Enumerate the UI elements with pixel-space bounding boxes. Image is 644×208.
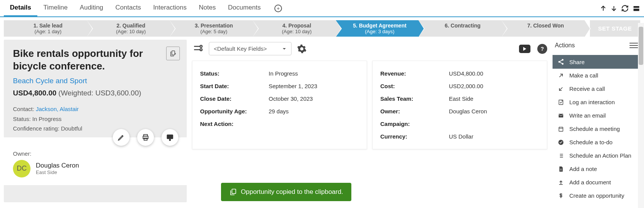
svg-rect-1 — [634, 8, 639, 11]
share-icon — [557, 58, 565, 65]
check-icon — [557, 139, 565, 145]
svg-rect-2 — [172, 51, 175, 55]
opportunity-summary-card: Bike rentals opportunity for bicycle con… — [4, 40, 187, 202]
stage-3[interactable]: 3. Presentation(Age: 5 day) — [170, 20, 253, 37]
video-icon[interactable] — [519, 45, 530, 53]
edit-button[interactable] — [113, 129, 130, 146]
toast-message: Opportunity copied to the clipboard. — [221, 183, 351, 201]
add-tab-button[interactable]: + — [274, 5, 282, 12]
actions-menu-icon[interactable] — [630, 41, 638, 50]
help-icon[interactable]: ? — [537, 44, 547, 54]
print-button[interactable] — [137, 129, 154, 146]
owner-name: Douglas Ceron — [36, 162, 79, 169]
svg-point-7 — [169, 139, 170, 140]
owner-label: Owner: — [13, 150, 178, 157]
set-stage-button[interactable]: SET STAGE — [590, 20, 640, 37]
tab-auditing[interactable]: Auditing — [74, 0, 109, 16]
tab-contacts[interactable]: Contacts — [109, 0, 147, 16]
action-make-a-call[interactable]: Make a call — [553, 69, 640, 82]
action-add-a-document[interactable]: Add a document — [553, 176, 640, 189]
mail-icon — [557, 113, 565, 119]
calendar-icon — [557, 126, 565, 132]
action-write-an-email[interactable]: Write an email — [553, 109, 640, 122]
stage-1[interactable]: 1. Sale lead(Age: 1 day) — [4, 20, 87, 37]
arrow-dl-icon — [557, 86, 565, 92]
list-icon — [557, 153, 565, 159]
svg-rect-17 — [232, 189, 236, 194]
stage-5[interactable]: 5. Budget Agreement(Age: 3 days) — [336, 20, 419, 37]
action-share[interactable]: Share — [553, 55, 640, 69]
scrollbar[interactable] — [638, 23, 644, 206]
doc-icon — [557, 166, 565, 172]
tab-timeline[interactable]: Timeline — [37, 0, 74, 16]
action-schedule-a-meeting[interactable]: Schedule a meeting — [553, 122, 640, 135]
owner-team: East Side — [36, 169, 79, 175]
key-icon[interactable] — [192, 44, 203, 54]
copy-button[interactable] — [166, 47, 180, 60]
tab-details[interactable]: Details — [4, 0, 37, 16]
svg-rect-14 — [559, 114, 563, 117]
stages-row: 1. Sale lead(Age: 1 day)2. Qualified(Age… — [0, 17, 644, 40]
action-add-a-note[interactable]: Add a note — [553, 162, 640, 176]
tab-notes[interactable]: Notes — [193, 0, 222, 16]
refresh-icon[interactable] — [621, 5, 629, 12]
action-schedule-an-action-plan[interactable]: Schedule an Action Plan — [553, 149, 640, 162]
present-button[interactable] — [162, 129, 178, 146]
actions-title: Actions — [555, 42, 575, 49]
panel-icon[interactable] — [633, 5, 640, 12]
opportunity-title: Bike rentals opportunity for bicycle con… — [13, 47, 178, 72]
copy-icon — [229, 188, 237, 196]
arrow-down-icon[interactable] — [610, 5, 617, 12]
gear-icon[interactable] — [297, 44, 307, 54]
action-log-an-interaction[interactable]: Log an interaction — [553, 95, 640, 109]
action-receive-a-call[interactable]: Receive a call — [553, 82, 640, 95]
upload-icon — [557, 179, 565, 185]
stage-4[interactable]: 4. Proposal(Age: 10 day) — [253, 20, 336, 37]
key-fields-select[interactable]: <Default Key Fields> — [209, 42, 292, 55]
action-create-an-opportunity[interactable]: Create an opportunity — [553, 189, 640, 202]
details-card-left: Status:In Progress Start Date:September … — [192, 61, 367, 149]
contact-link[interactable]: Jackson, Alastair — [36, 106, 79, 112]
arrow-ur-icon — [557, 73, 565, 79]
confidence-value: Doubtful — [61, 125, 82, 132]
status-value: In Progress — [32, 116, 62, 122]
svg-rect-15 — [559, 127, 563, 131]
owner-avatar[interactable]: DC — [13, 160, 30, 177]
details-card-right: Revenue:USD4,800.00 Cost:USD2,000.00 Sal… — [372, 61, 547, 149]
arrow-up-icon[interactable] — [600, 5, 607, 12]
stage-7[interactable]: 7. Closed Won — [501, 20, 585, 37]
tabs-bar: DetailsTimelineAuditingContactsInteracti… — [0, 0, 644, 17]
svg-rect-6 — [167, 135, 173, 139]
account-link[interactable]: Beach Cycle and Sport — [13, 77, 178, 85]
svg-point-8 — [200, 45, 202, 47]
svg-point-9 — [200, 48, 202, 50]
actions-panel: Actions ShareMake a callReceive a callLo… — [553, 40, 640, 202]
tab-documents[interactable]: Documents — [222, 0, 267, 16]
tab-interactions[interactable]: Interactions — [147, 0, 193, 16]
chevron-down-icon — [282, 47, 287, 51]
dollar-icon — [557, 193, 565, 199]
opportunity-amount: USD4,800.00 (Weighted: USD3,600.00) — [13, 89, 178, 97]
action-schedule-a-to-do[interactable]: Schedule a to-do — [553, 135, 640, 149]
stage-2[interactable]: 2. Qualified(Age: 10 day) — [87, 20, 170, 37]
stage-6[interactable]: 6. Contracting — [418, 20, 501, 37]
note-icon — [557, 99, 565, 105]
svg-rect-0 — [634, 6, 639, 8]
